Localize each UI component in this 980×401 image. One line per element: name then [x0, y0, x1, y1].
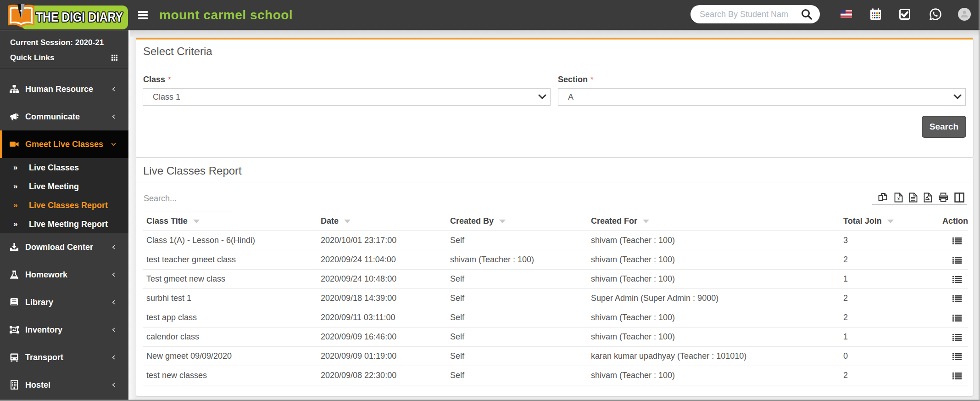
svg-text:THE DIGI DIARY: THE DIGI DIARY	[36, 9, 123, 24]
svg-text:x: x	[897, 196, 900, 201]
